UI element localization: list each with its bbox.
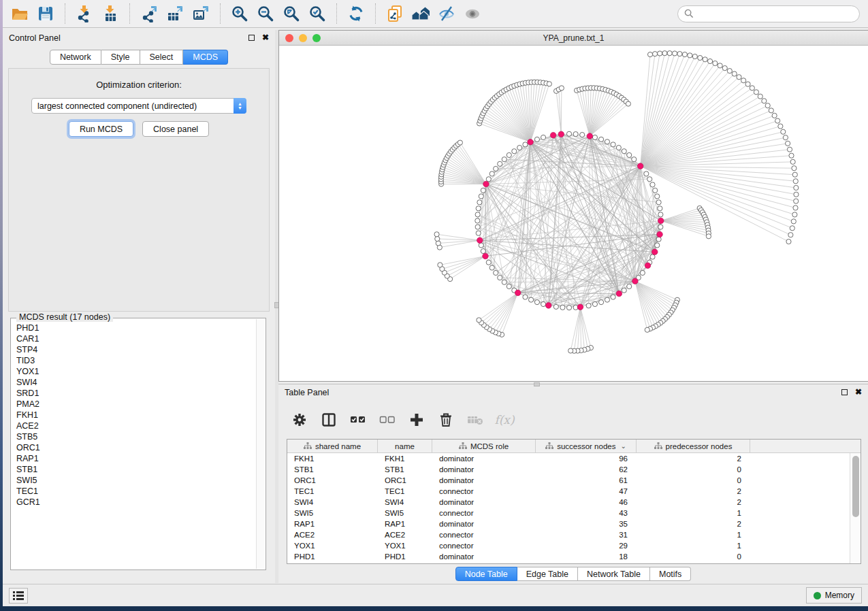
network-node[interactable] (507, 284, 511, 288)
network-hub-node[interactable] (658, 218, 664, 224)
table-row[interactable]: ACE2ACE2connector311 (287, 529, 850, 540)
network-node[interactable] (616, 145, 621, 150)
table-row[interactable]: PHD1PHD1dominator180 (287, 551, 850, 562)
mcds-result-item[interactable]: ACE2 (16, 420, 256, 431)
network-node[interactable] (677, 52, 682, 56)
network-hub-node[interactable] (652, 249, 658, 255)
network-node[interactable] (489, 171, 494, 176)
network-node[interactable] (622, 149, 626, 154)
network-node[interactable] (475, 225, 480, 229)
table-settings-button[interactable] (289, 410, 310, 430)
network-hub-node[interactable] (545, 303, 551, 309)
mcds-result-item[interactable]: CAR1 (16, 333, 256, 344)
network-node[interactable] (627, 152, 632, 157)
network-node[interactable] (502, 280, 507, 284)
network-node[interactable] (528, 297, 533, 302)
network-node[interactable] (622, 288, 626, 293)
network-node[interactable] (489, 265, 494, 270)
float-table-panel-icon[interactable] (841, 389, 848, 395)
network-node[interactable] (573, 132, 578, 137)
mcds-result-item[interactable]: TEC1 (16, 486, 256, 497)
network-node[interactable] (644, 171, 649, 176)
tab-network-table[interactable]: Network Table (578, 567, 650, 581)
column-header-MCDS-role[interactable]: MCDS role (432, 440, 536, 452)
close-panel-icon[interactable]: ✖ (262, 34, 269, 41)
column-header-successor-nodes[interactable]: successor nodes⌄ (536, 440, 637, 452)
network-node[interactable] (787, 147, 792, 152)
network-hub-node[interactable] (477, 237, 483, 244)
network-node[interactable] (778, 124, 783, 129)
network-node[interactable] (598, 300, 603, 305)
first-neighbors-button[interactable] (408, 2, 434, 25)
zoom-selected-button[interactable] (304, 2, 330, 25)
mcds-result-item[interactable]: STP4 (16, 344, 256, 355)
float-panel-icon[interactable] (248, 35, 255, 41)
optimization-criterion-dropdown[interactable]: largest connected component (undirected)… (31, 98, 246, 114)
network-node[interactable] (658, 212, 663, 217)
network-node[interactable] (434, 232, 439, 237)
network-hub-node[interactable] (550, 132, 556, 138)
select-all-button[interactable] (348, 410, 368, 430)
mcds-result-item[interactable]: PMA2 (16, 399, 256, 410)
mcds-result-list[interactable]: PHD1CAR1STP4TID3YOX1SWI4SRD1PMA2FKH1ACE2… (12, 320, 256, 569)
network-hub-node[interactable] (577, 304, 583, 310)
network-hub-node[interactable] (632, 278, 639, 284)
network-node[interactable] (477, 318, 481, 323)
show-columns-button[interactable] (319, 410, 339, 430)
network-node[interactable] (647, 177, 652, 182)
search-field[interactable] (677, 5, 860, 22)
network-node[interactable] (559, 86, 564, 90)
network-node[interactable] (658, 206, 662, 211)
horizontal-splitter-grip[interactable] (534, 382, 540, 386)
network-node[interactable] (486, 177, 491, 182)
network-node[interactable] (647, 52, 652, 57)
network-node[interactable] (781, 129, 786, 134)
network-node[interactable] (611, 295, 615, 299)
network-hub-node[interactable] (483, 253, 489, 259)
network-node[interactable] (713, 61, 718, 65)
network-hub-node[interactable] (483, 181, 489, 187)
network-node[interactable] (758, 94, 762, 99)
table-row[interactable]: SWI4SWI4dominator462 (287, 497, 850, 508)
open-file-button[interactable] (7, 2, 33, 25)
close-panel-button[interactable]: Close panel (142, 121, 209, 137)
network-node[interactable] (667, 51, 672, 56)
network-node[interactable] (534, 300, 539, 305)
network-node[interactable] (475, 212, 480, 217)
network-node[interactable] (547, 82, 551, 86)
network-node[interactable] (653, 188, 658, 193)
network-node[interactable] (698, 55, 703, 60)
network-node[interactable] (655, 194, 660, 199)
network-node[interactable] (658, 51, 662, 56)
zoom-out-button[interactable] (253, 2, 278, 25)
network-node[interactable] (754, 90, 758, 95)
network-graph[interactable] (279, 46, 868, 381)
table-row[interactable]: TEC1TEC1connector472 (287, 486, 850, 497)
network-hub-node[interactable] (558, 131, 564, 137)
network-node[interactable] (769, 108, 773, 113)
hide-selected-button[interactable] (434, 2, 460, 25)
network-node[interactable] (477, 200, 482, 205)
mcds-result-item[interactable]: YOX1 (16, 366, 256, 377)
table-row[interactable]: STB1STB1dominator620 (287, 464, 850, 475)
network-node[interactable] (703, 57, 707, 62)
network-node[interactable] (566, 306, 571, 310)
mcds-result-item[interactable]: TID3 (16, 355, 256, 366)
network-node[interactable] (568, 348, 573, 353)
network-node[interactable] (640, 270, 645, 275)
zoom-fit-button[interactable] (278, 2, 304, 25)
mcds-result-item[interactable]: SRD1 (16, 388, 256, 399)
column-header-name[interactable]: name (378, 440, 432, 452)
network-node[interactable] (741, 78, 746, 83)
network-canvas[interactable] (279, 46, 868, 381)
network-node[interactable] (586, 303, 591, 308)
network-node[interactable] (486, 260, 491, 265)
save-session-button[interactable] (33, 2, 59, 25)
network-node[interactable] (718, 63, 722, 68)
network-node[interactable] (566, 131, 571, 136)
network-node[interactable] (791, 219, 796, 224)
network-node[interactable] (655, 243, 660, 248)
network-node[interactable] (732, 71, 737, 76)
tab-motifs[interactable]: Motifs (650, 567, 691, 581)
mcds-result-item[interactable]: FKH1 (16, 410, 256, 420)
